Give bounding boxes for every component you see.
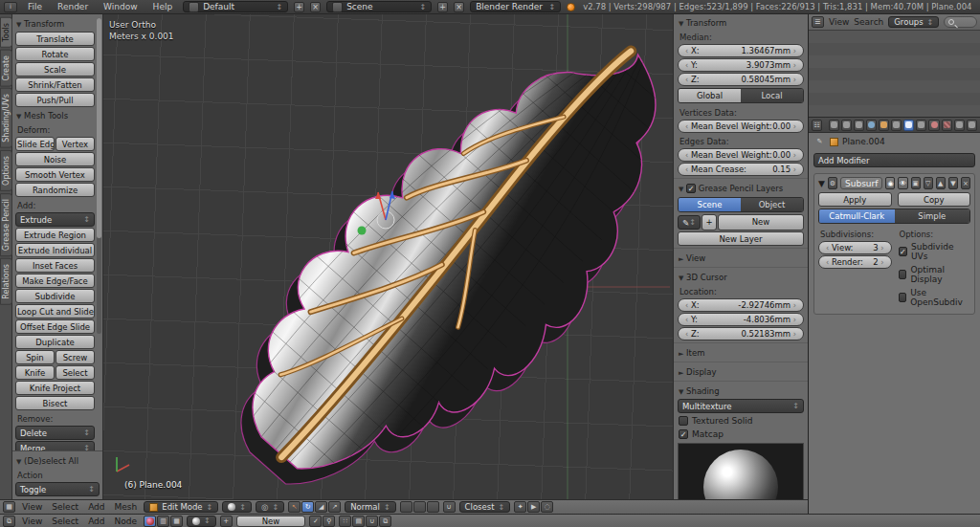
knife-project-button[interactable]: Knife Project [15,381,95,395]
modifier-delete-button[interactable]: × [961,177,970,189]
slide-edge-button[interactable]: Slide Edg [15,137,55,151]
mode-dropdown[interactable]: Edit Mode↕ [144,501,218,513]
tab-create[interactable]: Create [0,50,12,87]
global-toggle[interactable]: Global [679,89,741,102]
view3d-menu-view[interactable]: View [19,502,45,512]
node-snap-magnet-icon[interactable]: ∪ [366,516,378,527]
layout-delete-button[interactable]: × [310,2,321,12]
loop-cut-button[interactable]: Loop Cut and Slide [15,304,95,318]
pivot-point-dropdown[interactable]: ◎↕ [256,501,284,513]
copy-button[interactable]: Copy [898,192,971,207]
node-backdrop-icon[interactable]: ∷ [339,516,351,527]
outliner-menu-view[interactable]: View [829,17,849,27]
modifier-eye-toggle[interactable]: 👁 [898,177,907,189]
layer-icon-1[interactable] [400,501,412,513]
render-layers-tab-icon[interactable] [841,120,852,131]
node-copy-icon[interactable]: ⧉ [379,516,391,527]
knife-select-button[interactable]: Select [56,365,95,380]
noise-button[interactable]: Noise [15,152,95,166]
view3d-menu-mesh[interactable]: Mesh [112,502,141,512]
edge-bevel-weight-field[interactable]: ‹ Mean Bevel Weight:0.00 › [678,148,804,162]
opengl-anim-icon[interactable]: ▶ [527,501,540,513]
pin-icon[interactable]: ✎ [813,136,826,147]
menu-render[interactable]: Render [53,2,93,11]
scene-add-button[interactable]: + [437,2,448,12]
leaf-mesh-render[interactable] [103,14,670,499]
gpencil-panel-header[interactable]: ▼ ✓ Grease Pencil Layers [678,181,804,195]
spin-button[interactable]: Spin [15,350,55,364]
extrude-dropdown[interactable]: Extrude↕ [15,212,95,227]
node-new-add-icon[interactable]: + [220,516,233,527]
gpencil-new-button[interactable]: New [718,214,804,231]
optimal-display-checkbox[interactable]: Optimal Display [898,263,971,286]
shading-panel-header[interactable]: ▼ Shading [678,384,804,398]
texture-nodes-icon[interactable]: ▦ [170,516,183,527]
modifier-editmode-toggle[interactable]: ▣ [911,177,921,189]
modifier-render-toggle[interactable]: ◉ [885,177,895,189]
world-tab-icon[interactable] [866,120,877,131]
new-layer-button[interactable]: New Layer [678,231,804,246]
modifiers-tab-icon[interactable] [903,120,914,131]
editor-type-outliner-icon[interactable]: ☰ [812,16,824,28]
tab-relations[interactable]: Relations [0,258,12,305]
panel-header-transform[interactable]: ▼ Transform [15,16,95,31]
editor-type-3dview-icon[interactable]: ▦ [3,501,15,513]
particles-tab-icon[interactable] [954,120,965,131]
render-engine-select[interactable]: Blender Render↕ [470,1,561,12]
extrude-individual-button[interactable]: Extrude Individual [15,243,95,257]
node-menu-select[interactable]: Select [49,516,81,526]
physics-tab-icon[interactable] [967,120,977,131]
delete-dropdown[interactable]: Delete↕ [15,426,95,440]
view3d-menu-select[interactable]: Select [49,502,81,512]
menu-window[interactable]: Window [99,2,143,11]
modifier-name-field[interactable]: Subsurf [840,177,882,189]
outliner-menu-search[interactable]: Search [854,17,883,27]
extrude-region-button[interactable]: Extrude Region [15,228,95,242]
modifier-cage-toggle[interactable]: ▽ [924,177,933,189]
layer-icon-2[interactable] [413,501,426,513]
add-modifier-dropdown[interactable]: Add Modifier [813,153,975,167]
node-material-dropdown[interactable]: ↕ [187,516,216,527]
subdivide-uvs-checkbox[interactable]: ✓Subdivide UVs [898,240,971,263]
node-menu-node[interactable]: Node [112,516,141,526]
operator-panel-header[interactable]: ▼ (De)select All [15,453,100,468]
tab-shading-uvs[interactable]: Shading/UVs [0,88,12,148]
use-opensubdiv-checkbox[interactable]: Use OpenSubdiv [898,286,971,309]
manipulator-extra-icon[interactable]: ↗ [328,501,341,513]
menu-help[interactable]: Help [148,2,178,11]
compositing-nodes-icon[interactable]: ▥ [157,516,169,527]
gpencil-object-tab[interactable]: Object [741,198,803,211]
scale-button[interactable]: Scale [15,62,95,77]
outliner-tree[interactable] [809,31,980,117]
editor-type-node-icon[interactable]: ⧉ [3,516,15,527]
editor-type-info-icon[interactable]: i [4,2,17,12]
smooth-vertex-button[interactable]: Smooth Vertex [15,167,95,182]
manipulator-rotate-icon[interactable]: ↻ [301,501,314,513]
constraints-tab-icon[interactable] [891,120,902,131]
make-edge-face-button[interactable]: Make Edge/Face [15,274,95,288]
material-tab-icon[interactable] [928,120,939,131]
matcap-preview[interactable] [678,443,804,499]
cursor-x-field[interactable]: ‹ X:-2.92746mm › [678,298,804,312]
node-new-material-button[interactable]: New [236,516,306,527]
3d-viewport[interactable]: User Ortho Meters x 0.001 (6) Plane.004 [103,14,673,499]
median-y-field[interactable]: ‹ Y:3.9073mm › [678,58,804,72]
gpencil-add-button[interactable]: + [702,214,717,231]
scene-select[interactable]: Scene↕ [326,1,432,12]
opengl-render-icon[interactable]: ✦ [514,501,526,513]
textured-solid-checkbox[interactable]: Textured Solid [678,414,804,428]
local-toggle[interactable]: Local [741,89,803,102]
modifier-move-down-button[interactable]: ▼ [948,177,958,189]
use-nodes-check-icon[interactable]: ✓ [309,516,322,527]
tab-options[interactable]: Options [0,150,12,191]
scene-tab-icon[interactable] [854,120,864,131]
knife-button[interactable]: Knife [15,365,55,380]
layout-add-button[interactable]: + [294,2,304,12]
render-tab-icon[interactable] [829,120,839,131]
view3d-menu-add[interactable]: Add [85,502,107,512]
translate-button[interactable]: Translate [15,32,95,46]
vertex-bevel-weight-field[interactable]: ‹ Mean Bevel Weight:0.00 › [678,120,804,133]
viewport-shading-dropdown[interactable]: ↕ [222,501,252,513]
tab-grease-pencil[interactable]: Grease Pencil [0,193,12,256]
editor-type-properties-icon[interactable]: ☷ [812,120,822,131]
